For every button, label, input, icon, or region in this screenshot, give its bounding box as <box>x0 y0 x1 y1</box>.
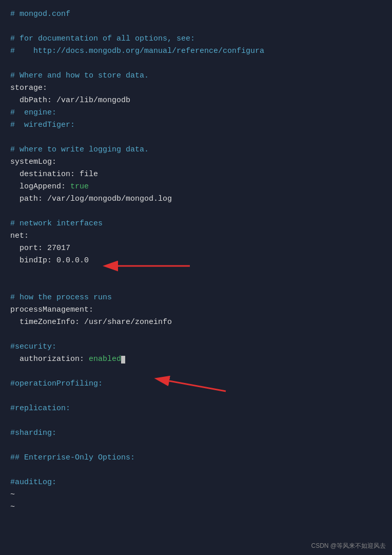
code-line: authorization: enabled <box>10 353 382 366</box>
empty-line <box>10 279 382 292</box>
empty-line <box>10 415 382 427</box>
code-line: ~ <box>10 501 382 513</box>
code-line: destination: file <box>10 168 382 181</box>
code-line: storage: <box>10 82 382 94</box>
code-content: # mongod.conf# for documentation of all … <box>10 8 382 513</box>
code-line: #auditLog: <box>10 476 382 489</box>
code-line: # Where and how to store data. <box>10 70 382 82</box>
code-line: dbPath: /var/lib/mongodb <box>10 94 382 107</box>
code-line: port: 27017 <box>10 242 382 255</box>
code-line: # http://docs.mongodb.org/manual/referen… <box>10 45 382 58</box>
empty-line <box>10 205 382 218</box>
code-line: # how the process runs <box>10 292 382 304</box>
code-line: timeZoneInfo: /usr/share/zoneinfo <box>10 316 382 329</box>
empty-line <box>10 464 382 476</box>
code-line: # where to write logging data. <box>10 144 382 156</box>
code-line: # network interfaces <box>10 218 382 230</box>
code-line: #sharding: <box>10 427 382 439</box>
watermark: CSDN @等风来不如迎风去 <box>311 541 386 551</box>
code-line: # wiredTiger: <box>10 119 382 131</box>
code-line: bindIp: 0.0.0.0 <box>10 255 382 267</box>
code-line: ~ <box>10 489 382 501</box>
code-line: net: <box>10 230 382 242</box>
code-line: #security: <box>10 341 382 353</box>
empty-line <box>10 329 382 341</box>
code-line: ## Enterprise-Only Options: <box>10 452 382 464</box>
empty-line <box>10 366 382 378</box>
empty-line <box>10 131 382 144</box>
code-line: path: /var/log/mongodb/mongod.log <box>10 193 382 205</box>
empty-line <box>10 267 382 279</box>
code-line: # for documentation of all options, see: <box>10 33 382 45</box>
empty-line <box>10 390 382 403</box>
text-cursor <box>121 356 125 363</box>
code-line: # mongod.conf <box>10 8 382 21</box>
empty-line <box>10 21 382 33</box>
code-line: #operationProfiling: <box>10 378 382 390</box>
code-line: # engine: <box>10 107 382 119</box>
empty-line <box>10 58 382 70</box>
code-line: logAppend: true <box>10 181 382 193</box>
code-line: systemLog: <box>10 156 382 168</box>
code-line: #replication: <box>10 403 382 415</box>
empty-line <box>10 439 382 452</box>
code-line: processManagement: <box>10 304 382 316</box>
code-editor: # mongod.conf# for documentation of all … <box>0 0 392 555</box>
